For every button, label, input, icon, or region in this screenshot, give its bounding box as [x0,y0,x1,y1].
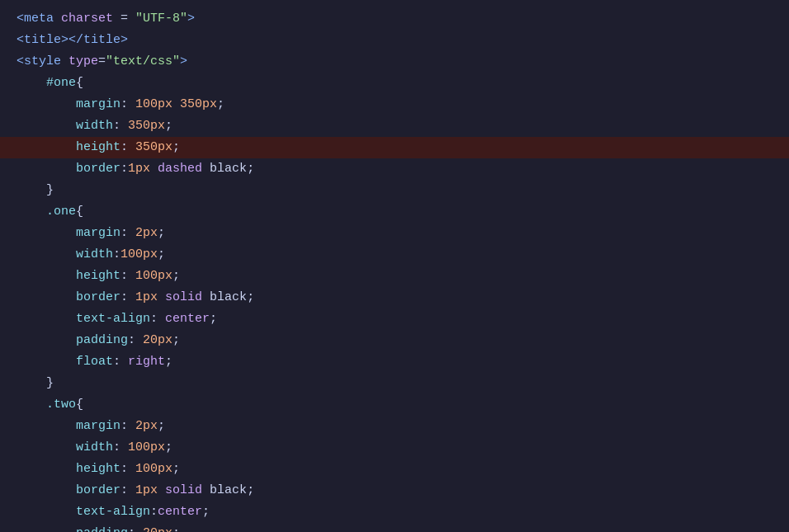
colon-token: : [113,438,128,458]
equals-token: = [98,52,106,72]
property-token: float [76,352,113,372]
property-token: padding [76,331,128,351]
value-num-token: 350px [128,116,165,136]
property-token: height [76,138,120,158]
angle-token: > [180,52,187,72]
code-line: width: 100px; [0,437,789,459]
selector-class-token: .one [46,202,76,222]
colon-token: : [120,159,128,179]
code-line: } [0,373,789,394]
code-editor: <meta charset = "UTF-8"><title></title><… [0,0,789,532]
colon-token: : [120,459,135,479]
punctuation-token [158,481,165,501]
code-line: border: 1px solid black; [0,287,789,308]
code-line: width: 350px; [0,115,789,137]
colon-token: : [113,116,128,136]
angle-token: > [187,9,195,29]
colon-token: : [120,266,135,286]
value-keyword-token: dashed [158,159,202,179]
colon-token: : [150,502,158,522]
property-token: width [76,438,113,458]
semi-token: ; [158,417,165,436]
code-line: .two{ [0,394,789,416]
angle-token: > [120,31,128,50]
property-token: margin [76,224,120,243]
value-num-token: 1px [135,288,158,308]
value-color-token: black [210,159,247,179]
code-line: border:1px dashed black; [0,158,789,180]
code-line: padding: 20px; [0,523,789,532]
punctuation-token [158,288,165,308]
value-num-token: 20px [143,331,172,351]
colon-token: : [120,417,135,436]
semi-token: ; [247,288,254,308]
punctuation-token [150,159,158,179]
property-token: padding [76,524,128,532]
value-keyword-token: solid [165,481,202,501]
value-keyword-token: solid [165,288,202,308]
semi-token: ; [247,481,254,501]
semi-token: ; [172,331,180,351]
punctuation-token: = [113,9,135,29]
colon-token: : [128,524,143,532]
value-num-token: 2px [135,224,158,243]
property-token: width [76,116,113,136]
colon-token: : [113,245,120,265]
property-token: border [76,159,120,179]
value-num-token: 100px [128,438,165,458]
meta-tag-token: style [24,52,61,72]
value-keyword-token: center [158,502,202,522]
brace-token: { [76,202,83,222]
semi-token: ; [247,159,254,179]
code-line: height: 100px; [0,266,789,287]
value-num-token: 100px [120,245,158,265]
property-token: margin [76,417,120,436]
semi-token: ; [172,459,180,479]
semi-token: ; [165,352,172,372]
value-color-token: black [210,481,247,501]
angle-token: < [17,52,24,72]
angle-token: < [17,31,24,50]
code-line: text-align:center; [0,501,789,523]
value-num-token: 350px [135,138,172,158]
semi-token: ; [217,95,224,115]
property-token: height [76,459,120,479]
colon-token: : [120,138,135,158]
code-line: .one{ [0,201,789,223]
value-keyword-token: center [165,309,210,329]
semi-token: ; [210,309,217,329]
semi-token: ; [165,116,172,136]
brace-token: { [76,73,83,93]
colon-token: : [120,95,135,115]
semi-token: ; [172,266,180,286]
meta-tag-token: meta [24,9,54,29]
code-line: margin: 2px; [0,223,789,244]
property-token: border [76,288,120,308]
meta-tag-token: title [83,31,120,50]
code-line: #one{ [0,73,789,94]
attr-name-token: type [69,52,98,72]
property-token: width [76,245,113,265]
colon-token: : [120,288,135,308]
colon-token: : [150,309,165,329]
selector-id-token: #one [46,73,76,93]
property-token: text-align [76,502,150,522]
angle-token: < [17,9,24,29]
attr-name-token: charset [61,9,113,29]
code-line: margin: 2px; [0,416,789,437]
value-color-token: black [210,288,247,308]
code-line: <meta charset = "UTF-8"> [0,8,789,30]
semi-token: ; [172,524,180,532]
punctuation-token [54,9,61,29]
code-line: border: 1px solid black; [0,480,789,501]
value-num-token: 100px [135,266,172,286]
selector-class-token: .two [46,395,76,415]
semi-token: ; [165,438,172,458]
code-line: float: right; [0,351,789,373]
code-line: margin: 100px 350px; [0,94,789,115]
string-token: "UTF-8" [135,9,187,29]
property-token: height [76,266,120,286]
punctuation-token [202,481,210,501]
value-num-token: 2px [135,417,158,436]
code-line: <title></title> [0,30,789,51]
